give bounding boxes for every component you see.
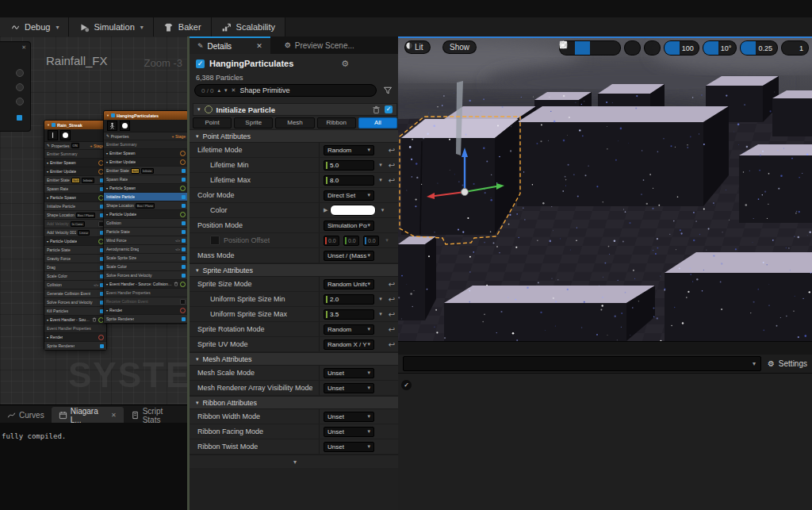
collapse-arrow-icon[interactable]: ▾ bbox=[106, 213, 108, 217]
stack-row-collision[interactable]: Collision</> bbox=[44, 280, 106, 289]
collapse-arrow-icon[interactable]: ▾ bbox=[106, 282, 108, 286]
stack-row-particle-spawn[interactable]: ▾Particle Spawn bbox=[44, 193, 106, 201]
spinner-chevron-icon[interactable]: ▾ bbox=[377, 162, 385, 168]
vector-field[interactable]: 0.0 bbox=[363, 236, 379, 246]
prop-checkbox[interactable] bbox=[210, 236, 220, 245]
lit-mode-button[interactable]: Lit bbox=[404, 40, 431, 54]
module-checkbox[interactable] bbox=[182, 230, 186, 234]
module-checkbox[interactable] bbox=[182, 195, 186, 199]
collapse-arrow-icon[interactable]: ▼ bbox=[47, 123, 50, 127]
number-field-lifetime-min[interactable]: 5.0 bbox=[324, 160, 374, 171]
module-checkbox[interactable] bbox=[182, 317, 186, 321]
emitter-header[interactable]: ▼Rain_Streak bbox=[44, 121, 106, 129]
spinner-chevron-icon[interactable]: ▾ bbox=[377, 311, 385, 317]
module-enabled-checkbox[interactable]: ✓ bbox=[385, 105, 393, 113]
module-checkbox[interactable] bbox=[182, 178, 186, 182]
local-axes-button[interactable] bbox=[645, 41, 660, 55]
collapse-arrow-icon[interactable]: ▾ bbox=[47, 170, 48, 174]
properties-row[interactable]: ✎Properties+ Stage bbox=[104, 132, 187, 140]
stack-row-initialize-particle[interactable]: Initialize Particle bbox=[104, 192, 187, 201]
stack-row-render[interactable]: ▾Render bbox=[104, 305, 187, 314]
emitter-header[interactable]: ▼HangingParticulates bbox=[104, 111, 187, 120]
color-swatch[interactable] bbox=[330, 205, 376, 216]
dropdown-color-mode[interactable]: Direct Set▾ bbox=[324, 190, 374, 201]
collapse-arrow-icon[interactable]: ▾ bbox=[106, 151, 108, 155]
stack-row-add-velocity-001[interactable]: Add Velocity 001Linear bbox=[44, 228, 106, 236]
close-icon[interactable]: ✕ bbox=[21, 44, 26, 51]
enabled-checkbox[interactable] bbox=[17, 115, 22, 121]
collapse-arrow-icon[interactable]: ▾ bbox=[197, 106, 201, 113]
module-checkbox[interactable] bbox=[182, 247, 186, 251]
dropdown-sprite-uv-mode[interactable]: Random X / Y▾ bbox=[324, 339, 374, 350]
dropdown-ribbon-facing-mode[interactable]: Unset▾ bbox=[324, 427, 374, 437]
vector-field[interactable]: 0.0 bbox=[324, 236, 339, 246]
dropdown-lifetime-mode[interactable]: Random▾ bbox=[324, 145, 374, 155]
stack-row-shape-location[interactable]: Shape LocationBox / Plane bbox=[104, 201, 187, 209]
stack-row-particle-state[interactable]: Particle State bbox=[44, 245, 106, 254]
simulation-button[interactable]: Simulation▾ bbox=[69, 17, 153, 36]
collapse-arrow-icon[interactable]: ▾ bbox=[47, 161, 48, 165]
module-checkbox[interactable] bbox=[180, 299, 186, 305]
number-field-uniform-sprite-size-max[interactable]: 3.5 bbox=[324, 309, 374, 320]
number-field-uniform-sprite-size-min[interactable]: 2.0 bbox=[324, 294, 374, 305]
stack-row-sprite-renderer[interactable]: Sprite Renderer bbox=[44, 341, 106, 350]
reset-to-default-icon[interactable]: ↩ bbox=[387, 295, 396, 304]
collapse-arrow-icon[interactable]: ▾ bbox=[47, 336, 48, 339]
reset-to-default-icon[interactable]: ↩ bbox=[387, 161, 396, 170]
stack-row-render[interactable]: ▾Render bbox=[44, 332, 106, 341]
dropdown-sprite-rotation-mode[interactable]: Random▾ bbox=[324, 324, 374, 335]
tab-details[interactable]: ✎ Details ✕ bbox=[190, 36, 270, 54]
spinner-chevron-icon[interactable]: ▾ bbox=[377, 296, 385, 302]
collapse-arrow-icon[interactable]: ▾ bbox=[196, 267, 199, 274]
dropdown-mesh-renderer-array-visibility-mode[interactable]: Unset▾ bbox=[324, 383, 374, 393]
settings-button[interactable]: ⚙ Settings bbox=[768, 359, 807, 368]
close-icon[interactable]: ✕ bbox=[111, 412, 117, 419]
stack-row-kill-particles[interactable]: Kill Particles bbox=[44, 306, 106, 315]
emitter-enabled-checkbox[interactable]: ✓ bbox=[196, 59, 205, 68]
stack-row-scale-color[interactable]: Scale Color bbox=[104, 262, 187, 270]
spinner-chevron-icon[interactable]: ▾ bbox=[377, 177, 385, 183]
emitter-node-rain_streak[interactable]: ▼Rain_Streak✎PropertiesON+ StageEmitter … bbox=[44, 120, 107, 351]
properties-row[interactable]: ✎PropertiesON+ Stage bbox=[44, 141, 106, 149]
dropdown-sprite-size-mode[interactable]: Random Unifor▾ bbox=[324, 279, 374, 290]
emitter-enabled-checkbox[interactable] bbox=[111, 113, 115, 117]
close-icon[interactable]: ✕ bbox=[256, 42, 262, 50]
module-checkbox[interactable] bbox=[182, 204, 186, 208]
reset-to-default-icon[interactable]: ↩ bbox=[387, 340, 396, 349]
emitter-node-hangingparticulates[interactable]: ▼HangingParticulates✎Properties+ StageEm… bbox=[103, 110, 187, 324]
filter-tab-mesh[interactable]: Mesh bbox=[275, 117, 314, 128]
stack-row-emitter-spawn[interactable]: ▾Emitter Spawn bbox=[104, 148, 187, 157]
stack-row-shape-location[interactable]: Shape LocationBox / Plane bbox=[44, 210, 106, 219]
stack-row-particle-update[interactable]: ▾Particle Update bbox=[44, 236, 106, 245]
stack-row-sprite-renderer[interactable]: Sprite Renderer bbox=[104, 314, 187, 323]
filter-tab-point[interactable]: Point bbox=[193, 117, 232, 128]
stack-row-spawn-rate[interactable]: Spawn Rate bbox=[44, 184, 106, 193]
reset-to-default-icon[interactable]: ↩ bbox=[387, 280, 396, 289]
dropdown-mass-mode[interactable]: Unset / (Mass (▾ bbox=[324, 251, 374, 261]
stack-row-scale-color[interactable]: Scale Color bbox=[44, 271, 106, 280]
collapse-arrow-icon[interactable]: ▾ bbox=[47, 240, 48, 243]
trash-icon[interactable] bbox=[174, 282, 178, 286]
stack-row-add-velocity[interactable]: Add VelocityIn Cone bbox=[44, 219, 106, 228]
stack-row-emitter-update[interactable]: ▾Emitter Update bbox=[104, 157, 187, 166]
stack-row-particle-state[interactable]: Particle State bbox=[104, 227, 187, 236]
stack-row-particle-update[interactable]: ▾Particle Update bbox=[104, 209, 187, 218]
grid-snap-button[interactable] bbox=[665, 41, 680, 55]
reset-to-default-icon[interactable]: ↩ bbox=[387, 325, 396, 334]
scale-snap-button[interactable] bbox=[741, 41, 756, 55]
rotate-tool-button[interactable] bbox=[590, 41, 605, 55]
dropdown-ribbon-twist-mode[interactable]: Unset▾ bbox=[324, 442, 374, 452]
module-checkbox[interactable] bbox=[182, 221, 186, 225]
baker-button[interactable]: Baker bbox=[154, 17, 212, 36]
move-tool-button[interactable] bbox=[575, 41, 590, 55]
system-overview-graph[interactable]: Rainfall_FX Zoom -3 SYSTEM ✕ ▼Rain_Strea… bbox=[0, 36, 187, 405]
filter-icon[interactable] bbox=[383, 86, 393, 95]
collapse-arrow-icon[interactable]: ▾ bbox=[47, 318, 48, 322]
tab-script-stats[interactable]: Script Stats bbox=[124, 407, 187, 424]
module-checkbox[interactable] bbox=[182, 265, 186, 269]
stack-row-aerodynamic-drag[interactable]: Aerodynamic Drag</> bbox=[104, 244, 187, 253]
collapse-arrow-icon[interactable]: ▾ bbox=[106, 160, 108, 164]
collapse-arrow-icon[interactable]: ▾ bbox=[196, 356, 199, 362]
reset-to-default-icon[interactable]: ↩ bbox=[387, 310, 396, 319]
stack-row-solve-forces-and-velocity[interactable]: Solve Forces and Velocity bbox=[104, 270, 187, 279]
